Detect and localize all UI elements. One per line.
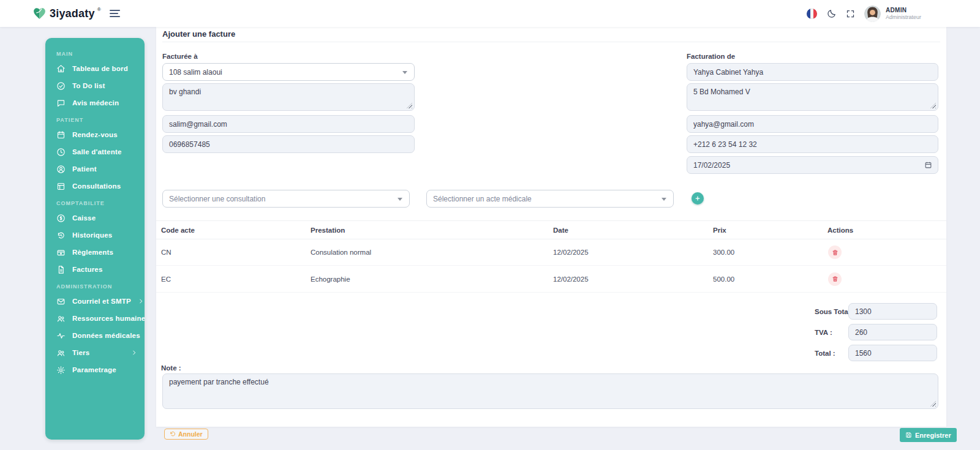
sidebar-item-parametrage[interactable]: Parametrage [45, 361, 145, 378]
delete-act-button[interactable] [828, 272, 842, 286]
sidebar-item-label: Caisse [72, 214, 96, 222]
user-menu[interactable]: ADMIN Administrateur [864, 6, 921, 22]
sidebar-item-rendez-vous[interactable]: Rendez-vous [45, 126, 145, 143]
user-name: ADMIN [886, 7, 921, 13]
sous-total-field[interactable] [848, 303, 937, 320]
section-header-patient: PATIENT [45, 111, 145, 126]
resize-handle[interactable] [930, 103, 936, 108]
cancel-button[interactable]: Annuler [164, 429, 208, 440]
save-button[interactable]: Enregistrer [900, 428, 957, 442]
cell-date: 12/02/2025 [553, 276, 589, 283]
sidebar-item-donnees-medicales[interactable]: Données médicales [45, 327, 145, 344]
client-phone-field[interactable] [162, 135, 415, 153]
delete-act-button[interactable] [828, 246, 842, 259]
cabinet-address-value: 5 Bd Mohamed V [693, 88, 750, 96]
sidebar-item-reglements[interactable]: Règlements [45, 244, 145, 261]
client-address-textarea[interactable]: bv ghandi [162, 83, 415, 111]
sidebar-item-factures[interactable]: Factures [45, 261, 145, 278]
cell-prix: 300.00 [713, 249, 734, 256]
consultation-select[interactable]: Sélectionner une consultation [162, 190, 410, 208]
sidebar: MAIN Tableau de bord To Do list Avis méd… [45, 38, 145, 440]
client-select[interactable]: 108 salim alaoui [162, 63, 415, 81]
window-icon [56, 182, 66, 191]
history-icon [56, 231, 66, 240]
cabinet-email-field[interactable] [687, 115, 938, 133]
total-field[interactable] [848, 345, 937, 361]
sidebar-item-salle-d-attente[interactable]: Salle d'attente [45, 143, 145, 160]
sidebar-item-label: Courriel et SMTP [72, 298, 131, 305]
logo-text: 3iyadaty [50, 6, 95, 21]
cash-icon [56, 248, 66, 257]
add-act-button[interactable] [692, 192, 704, 204]
chevron-right-icon [131, 350, 137, 356]
column-header-prix: Prix [713, 227, 726, 234]
resize-handle[interactable] [930, 401, 936, 407]
sidebar-item-tiers[interactable]: Tiers [45, 344, 145, 361]
table-row: EC Echographie 12/02/2025 500.00 [156, 266, 946, 293]
tva-field[interactable] [848, 324, 937, 340]
page-title: Ajouter une facture [162, 27, 940, 42]
acte-medical-select[interactable]: Sélectionner un acte médicale [426, 190, 674, 208]
sidebar-item-label: Factures [72, 266, 103, 273]
section-header-comptabilite: COMPTABILITE [45, 195, 145, 209]
users-icon [56, 314, 66, 323]
save-button-label: Enregistrer [915, 432, 951, 439]
person-circle-icon [56, 165, 66, 174]
cell-prix: 500.00 [713, 276, 734, 283]
client-email-field[interactable] [162, 115, 415, 133]
sidebar-item-label: Rendez-vous [72, 131, 118, 138]
file-icon [56, 265, 66, 274]
chevron-right-icon [138, 298, 144, 304]
note-value: payement par tranche effectué [169, 378, 269, 386]
billed-to-label: Facturée à [162, 53, 198, 60]
sidebar-item-label: Ressources humaines [72, 315, 145, 322]
mail-icon [56, 297, 66, 306]
sidebar-item-ressources-humaines[interactable]: Ressources humaines [45, 310, 145, 327]
sidebar-item-avis-medecin[interactable]: Avis médecin [45, 94, 145, 111]
trash-icon [832, 276, 839, 282]
resize-handle[interactable] [407, 103, 412, 108]
invoice-date-field[interactable]: 17/02/2025 [687, 156, 938, 174]
cabinet-phone-field[interactable] [687, 135, 938, 153]
sidebar-item-to-do-list[interactable]: To Do list [45, 77, 145, 94]
fullscreen-icon[interactable] [846, 9, 855, 18]
table-row: CN Consulation normal 12/02/2025 300.00 [156, 239, 946, 266]
column-header-actions: Actions [827, 227, 853, 234]
plus-icon [695, 195, 701, 201]
check-circle-icon [56, 81, 66, 91]
acts-table-header: Code acte Prestation Date Prix Actions [156, 220, 946, 239]
sidebar-item-label: Tiers [72, 349, 89, 356]
cell-prestation: Consulation normal [311, 249, 371, 256]
sidebar-item-patient[interactable]: Patient [45, 160, 145, 178]
user-role: Administrateur [886, 14, 921, 20]
calendar-icon [56, 130, 66, 140]
chevron-down-icon [398, 198, 402, 201]
gear-icon [56, 366, 66, 375]
column-header-date: Date [553, 227, 568, 234]
billing-from-label: Facturation de [687, 53, 735, 60]
home-icon [56, 64, 66, 73]
sidebar-item-courriel-et-smtp[interactable]: Courriel et SMTP [45, 293, 145, 310]
dark-mode-icon[interactable] [826, 9, 837, 19]
sidebar-item-caisse[interactable]: Caisse [45, 209, 145, 227]
section-header-administration: ADMINISTRATION [45, 278, 145, 293]
sidebar-item-label: Historiques [72, 231, 112, 239]
trash-icon [832, 249, 839, 256]
language-flag-icon[interactable] [807, 9, 817, 19]
menu-toggle-icon[interactable] [110, 9, 120, 18]
sidebar-item-consultations[interactable]: Consultations [45, 178, 145, 195]
sidebar-item-label: Tableau de bord [72, 65, 128, 72]
sidebar-item-tableau-de-bord[interactable]: Tableau de bord [45, 60, 145, 77]
note-textarea[interactable]: payement par tranche effectué [162, 373, 938, 409]
chevron-down-icon [662, 198, 666, 201]
cabinet-address-textarea[interactable]: 5 Bd Mohamed V [687, 83, 938, 111]
avatar [864, 6, 881, 22]
client-address-value: bv ghandi [169, 88, 201, 96]
cell-prestation: Echographie [311, 276, 350, 283]
consultation-select-placeholder: Sélectionner une consultation [169, 195, 265, 203]
sidebar-item-historiques[interactable]: Historiques [45, 227, 145, 244]
user-info: ADMIN Administrateur [886, 7, 921, 20]
cabinet-name-field[interactable] [687, 63, 938, 81]
app-logo[interactable]: 3iyadaty ® [32, 6, 101, 21]
chat-icon [56, 99, 66, 108]
